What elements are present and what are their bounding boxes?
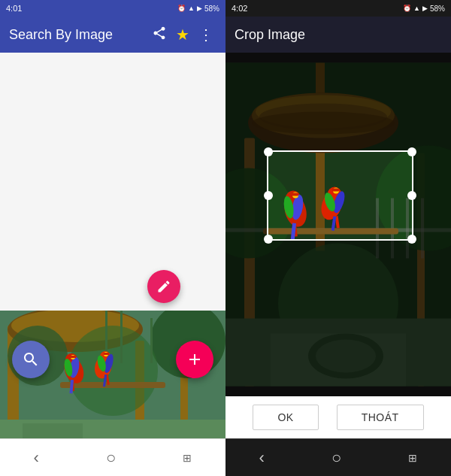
fab-add-button[interactable]: [176, 341, 213, 378]
right-recent-button[interactable]: ⊞: [396, 446, 429, 470]
fab-edit-button[interactable]: [147, 270, 180, 303]
svg-rect-68: [332, 189, 339, 192]
left-time: 4:01: [6, 4, 22, 13]
right-app-title: Crop Image: [235, 27, 442, 43]
svg-rect-54: [263, 229, 398, 235]
right-battery-icon: 58%: [430, 5, 445, 13]
fab-search-button[interactable]: [12, 341, 50, 378]
svg-rect-31: [23, 423, 83, 438]
right-status-bar: 4:02 ⏰ ▲ ▶ 58%: [226, 0, 451, 17]
crop-content: [226, 53, 451, 396]
svg-rect-34: [316, 63, 325, 251]
cancel-button[interactable]: THOÁT: [337, 405, 424, 430]
left-home-button[interactable]: ○: [94, 442, 128, 474]
svg-rect-53: [421, 199, 424, 259]
share-icon[interactable]: [149, 23, 170, 47]
right-home-button[interactable]: ○: [319, 442, 353, 474]
right-signal-icon: ▶: [422, 5, 428, 12]
svg-rect-19: [70, 356, 76, 358]
left-bottom-nav: ‹ ○ ⊞: [0, 438, 226, 476]
right-status-icons: ⏰ ▲ ▶ 58%: [403, 5, 445, 13]
right-alarm-icon: ⏰: [403, 5, 411, 12]
left-back-button[interactable]: ‹: [22, 442, 51, 474]
battery-icon: 58%: [204, 5, 219, 13]
svg-rect-27: [104, 353, 109, 355]
svg-rect-52: [406, 199, 409, 259]
right-time: 4:02: [232, 4, 247, 13]
svg-point-48: [316, 340, 376, 373]
svg-rect-12: [150, 318, 153, 363]
svg-rect-11: [120, 311, 123, 363]
crop-buttons-bar: OK THOÁT: [226, 396, 451, 438]
right-bottom-nav: ‹ ○ ⊞: [226, 438, 451, 476]
right-screen: 4:02 ⏰ ▲ ▶ 58% Crop Image: [226, 0, 451, 476]
svg-point-39: [252, 112, 395, 135]
alarm-icon: ⏰: [177, 5, 186, 12]
star-icon[interactable]: ★: [176, 26, 189, 44]
left-app-bar: Search By Image ★ ⋮: [0, 17, 226, 53]
left-screen: 4:01 ⏰ ▲ ▶ 58% Search By Image ★ ⋮: [0, 0, 226, 476]
svg-rect-60: [291, 193, 298, 196]
right-app-bar: Crop Image: [226, 17, 451, 53]
wifi-icon: ▲: [188, 5, 195, 12]
right-back-button[interactable]: ‹: [247, 442, 277, 474]
left-recent-button[interactable]: ⊞: [171, 446, 204, 470]
ok-button[interactable]: OK: [253, 405, 318, 430]
crop-scene-svg: [226, 53, 451, 396]
left-content: [0, 53, 226, 438]
more-menu-icon[interactable]: ⋮: [195, 23, 216, 47]
right-wifi-icon: ▲: [413, 5, 420, 12]
left-app-title: Search By Image: [9, 27, 143, 43]
signal-icon: ▶: [197, 5, 202, 12]
left-status-icons: ⏰ ▲ ▶ 58%: [177, 5, 219, 13]
left-status-bar: 4:01 ⏰ ▲ ▶ 58%: [0, 0, 226, 17]
